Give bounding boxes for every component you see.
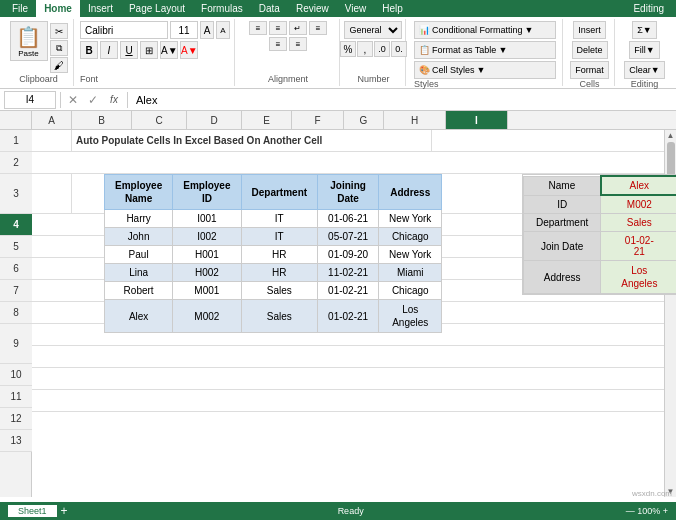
row5-date[interactable]: 05-07-21 [318, 228, 379, 246]
number-format-select[interactable]: General Number Currency [344, 21, 402, 39]
row-header-5[interactable]: 5 [0, 236, 32, 258]
paste-button[interactable]: 📋 Paste [10, 21, 48, 61]
row-header-1[interactable]: 1 [0, 130, 32, 152]
info-value-joindate[interactable]: 01-02-21 [601, 232, 676, 261]
row4-dept[interactable]: IT [241, 210, 318, 228]
col-header-d[interactable]: D [187, 111, 242, 129]
confirm-formula-button[interactable]: ✓ [85, 93, 101, 107]
tab-insert[interactable]: Insert [80, 0, 121, 17]
formula-input[interactable] [132, 94, 672, 106]
fill-color-button[interactable]: A▼ [160, 41, 178, 59]
tab-home[interactable]: Home [36, 0, 80, 17]
fill-button[interactable]: Fill▼ [629, 41, 659, 59]
tab-data[interactable]: Data [251, 0, 288, 17]
col-header-g[interactable]: G [344, 111, 384, 129]
row8-date[interactable]: 01-02-21 [318, 282, 379, 300]
align-right-button[interactable]: ≡ [289, 37, 307, 51]
row8-dept[interactable]: Sales [241, 282, 318, 300]
row-header-4[interactable]: 4 [0, 214, 32, 236]
italic-button[interactable]: I [100, 41, 118, 59]
row7-date[interactable]: 11-02-21 [318, 264, 379, 282]
cell-b1[interactable]: Auto Populate Cells In Excel Based On An… [72, 130, 432, 151]
row-header-8[interactable]: 8 [0, 302, 32, 324]
row6-name[interactable]: Paul [105, 246, 173, 264]
info-value-name[interactable]: Alex [601, 176, 676, 195]
delete-cells-button[interactable]: Delete [572, 41, 608, 59]
cancel-formula-button[interactable]: ✕ [65, 93, 81, 107]
row-header-12[interactable]: 12 [0, 408, 32, 430]
row5-name[interactable]: John [105, 228, 173, 246]
tab-file[interactable]: File [4, 0, 36, 17]
align-left-button[interactable]: ≡ [309, 21, 327, 35]
cell-a3[interactable] [32, 174, 72, 213]
clear-button[interactable]: Clear▼ [624, 61, 664, 79]
tab-view[interactable]: View [337, 0, 375, 17]
cut-button[interactable]: ✂ [50, 23, 68, 39]
col-header-i[interactable]: I [446, 111, 508, 129]
col-header-e[interactable]: E [242, 111, 292, 129]
row9-address[interactable]: LosAngeles [379, 300, 442, 333]
row9-dept[interactable]: Sales [241, 300, 318, 333]
row-header-11[interactable]: 11 [0, 386, 32, 408]
row9-date[interactable]: 01-02-21 [318, 300, 379, 333]
increase-decimal-button[interactable]: .0 [374, 41, 390, 57]
col-header-c[interactable]: C [132, 111, 187, 129]
col-header-b[interactable]: B [72, 111, 132, 129]
row8-name[interactable]: Robert [105, 282, 173, 300]
row-header-7[interactable]: 7 [0, 280, 32, 302]
font-size-input[interactable] [170, 21, 198, 39]
font-name-input[interactable] [80, 21, 168, 39]
info-value-id[interactable]: M002 [601, 195, 676, 214]
row-header-6[interactable]: 6 [0, 258, 32, 280]
cell-reference-box[interactable] [4, 91, 56, 109]
row5-id[interactable]: I002 [173, 228, 241, 246]
row6-dept[interactable]: HR [241, 246, 318, 264]
col-header-a[interactable]: A [32, 111, 72, 129]
row5-address[interactable]: Chicago [379, 228, 442, 246]
row4-id[interactable]: I001 [173, 210, 241, 228]
cell-styles-button[interactable]: 🎨Cell Styles▼ [414, 61, 556, 79]
row-header-3[interactable]: 3 [0, 174, 32, 214]
tab-review[interactable]: Review [288, 0, 337, 17]
col-header-f[interactable]: F [292, 111, 344, 129]
font-color-button[interactable]: A▼ [180, 41, 198, 59]
copy-button[interactable]: ⧉ [50, 40, 68, 56]
format-painter-button[interactable]: 🖌 [50, 57, 68, 73]
tab-help[interactable]: Help [374, 0, 411, 17]
align-top-center-button[interactable]: ≡ [269, 21, 287, 35]
row4-date[interactable]: 01-06-21 [318, 210, 379, 228]
row6-date[interactable]: 01-09-20 [318, 246, 379, 264]
row-header-10[interactable]: 10 [0, 364, 32, 386]
conditional-formatting-button[interactable]: 📊Conditional Formatting▼ [414, 21, 556, 39]
tab-formulas[interactable]: Formulas [193, 0, 251, 17]
align-top-right-button[interactable]: ↵ [289, 21, 307, 35]
insert-cells-button[interactable]: Insert [573, 21, 606, 39]
percent-button[interactable]: % [340, 41, 356, 57]
format-cells-button[interactable]: Format [570, 61, 609, 79]
align-top-left-button[interactable]: ≡ [249, 21, 267, 35]
zoom-controls[interactable]: — 100% + [626, 506, 668, 516]
format-as-table-button[interactable]: 📋Format as Table▼ [414, 41, 556, 59]
row8-address[interactable]: Chicago [379, 282, 442, 300]
info-value-address[interactable]: LosAngeles [601, 261, 676, 294]
cell-a1[interactable] [32, 130, 72, 151]
row9-name[interactable]: Alex [105, 300, 173, 333]
row8-id[interactable]: M001 [173, 282, 241, 300]
scroll-up-arrow[interactable]: ▲ [667, 131, 675, 140]
autosum-button[interactable]: Σ▼ [632, 21, 656, 39]
decrease-decimal-button[interactable]: 0. [391, 41, 407, 57]
col-header-h[interactable]: H [384, 111, 446, 129]
row4-address[interactable]: New York [379, 210, 442, 228]
row7-name[interactable]: Lina [105, 264, 173, 282]
row7-address[interactable]: Miami [379, 264, 442, 282]
row7-dept[interactable]: HR [241, 264, 318, 282]
row6-id[interactable]: H001 [173, 246, 241, 264]
border-button[interactable]: ⊞ [140, 41, 158, 59]
increase-font-button[interactable]: A [200, 21, 214, 39]
comma-button[interactable]: , [357, 41, 373, 57]
row6-address[interactable]: New York [379, 246, 442, 264]
plus-sheet-button[interactable]: + [61, 504, 68, 518]
bold-button[interactable]: B [80, 41, 98, 59]
align-center-button[interactable]: ≡ [269, 37, 287, 51]
decrease-font-button[interactable]: A [216, 21, 230, 39]
